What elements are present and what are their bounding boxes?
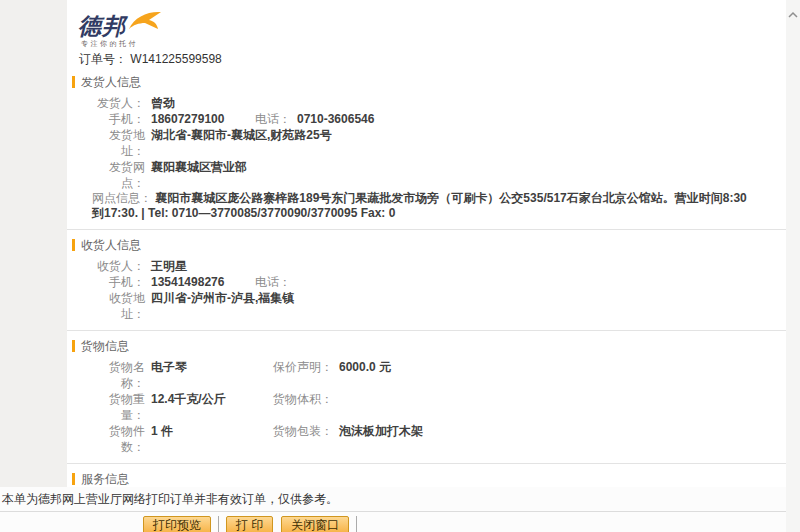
goods-name-label: 货物名称： xyxy=(92,359,145,391)
goods-insured-label: 保价声明： xyxy=(273,359,333,391)
order-content: 德邦 专注你的托付 订单号： W141225599598 发货人信息 发货人： … xyxy=(67,0,786,487)
order-number-value: W141225599598 xyxy=(130,52,221,66)
sender-address-value: 湖北省-襄阳市-襄城区,财苑路25号 xyxy=(151,127,332,159)
order-print-page: 德邦 专注你的托付 订单号： W141225599598 发货人信息 发货人： … xyxy=(0,0,800,532)
sender-name-row: 发货人： 曾劲 xyxy=(92,95,786,111)
receiver-mobile-value: 13541498276 xyxy=(151,274,255,290)
goods-volume-label: 货物体积： xyxy=(273,391,333,423)
receiver-name-row: 收货人： 王明星 xyxy=(92,258,786,274)
logo-wordmark: 德邦 xyxy=(78,14,126,38)
sender-name-label: 发货人： xyxy=(92,95,145,111)
button-row: 打印预览 打 印 关闭窗口 xyxy=(143,515,786,532)
section-accent-bar xyxy=(72,473,75,485)
goods-quantity-label: 货物件数： xyxy=(92,423,145,455)
goods-weight-label: 货物重量： xyxy=(92,391,145,423)
goods-name-value: 电子琴 xyxy=(151,359,273,391)
section-title-text: 货物信息 xyxy=(81,339,129,353)
section-accent-bar xyxy=(72,76,75,88)
service-section-title: 服务信息 xyxy=(72,472,786,486)
vertical-scrollbar[interactable] xyxy=(786,0,800,532)
goods-quantity-value: 1 件 xyxy=(151,423,273,455)
section-title-text: 收货人信息 xyxy=(81,238,141,252)
sender-branch-label: 发货网点： xyxy=(92,159,145,191)
sender-address-row: 发货地址： 湖北省-襄阳市-襄城区,财苑路25号 xyxy=(92,127,786,159)
receiver-address-label: 收货地址： xyxy=(92,290,145,322)
goods-section: 货物信息 货物名称： 电子琴 保价声明： 6000.0 元 货物重量： 12.4… xyxy=(67,339,786,464)
sender-branch-value: 襄阳襄城区营业部 xyxy=(151,159,247,191)
sender-section: 发货人信息 发货人： 曾劲 手机： 18607279100 电话： 0710-3… xyxy=(67,75,786,230)
chevron-up-icon[interactable] xyxy=(788,8,798,16)
section-title-text: 发货人信息 xyxy=(81,75,141,89)
button-divider xyxy=(218,516,219,532)
close-window-button[interactable]: 关闭窗口 xyxy=(281,516,349,532)
goods-packing-value: 泡沫板加打木架 xyxy=(339,423,423,455)
section-title-text: 服务信息 xyxy=(81,472,129,486)
sender-phone-row: 手机： 18607279100 电话： 0710-3606546 xyxy=(92,111,786,127)
branch-info-label: 网点信息： xyxy=(92,191,152,205)
receiver-phone-label: 电话： xyxy=(255,274,291,290)
branch-info-row: 网点信息： 襄阳市襄城区庞公路寨梓路189号东门果蔬批发市场旁（可刷卡）公交53… xyxy=(92,191,751,221)
goods-weight-value: 12.4千克/公斤 xyxy=(151,391,273,423)
logo-arrow-icon xyxy=(128,10,162,35)
receiver-section: 收货人信息 收货人： 王明星 手机： 13541498276 电话： 收货地址：… xyxy=(67,238,786,331)
receiver-phone-row: 手机： 13541498276 电话： xyxy=(92,274,786,290)
sender-phone-label: 电话： xyxy=(255,111,291,127)
receiver-mobile-label: 手机： xyxy=(92,274,145,290)
receiver-name-label: 收货人： xyxy=(92,258,145,274)
deppon-logo: 德邦 xyxy=(78,12,786,38)
receiver-address-row: 收货地址： 四川省-泸州市-泸县,福集镇 xyxy=(92,290,786,322)
sender-mobile-label: 手机： xyxy=(92,111,145,127)
goods-name-row: 货物名称： 电子琴 保价声明： 6000.0 元 xyxy=(92,359,786,391)
goods-quantity-row: 货物件数： 1 件 货物包装： 泡沫板加打木架 xyxy=(92,423,786,455)
section-accent-bar xyxy=(72,340,75,352)
print-preview-button[interactable]: 打印预览 xyxy=(143,516,211,532)
receiver-address-value: 四川省-泸州市-泸县,福集镇 xyxy=(151,290,294,322)
service-section: 服务信息 运输方式： 精准卡航 送货方式： 自提 付款方式： 到付 签收单： 无… xyxy=(67,472,786,487)
logo-tagline: 专注你的托付 xyxy=(81,39,786,48)
goods-weight-row: 货物重量： 12.4千克/公斤 货物体积： xyxy=(92,391,786,423)
disclaimer-text: 本单为德邦网上营业厅网络打印订单并非有效订单，仅供参考。 xyxy=(0,487,786,512)
bottom-bar: 本单为德邦网上营业厅网络打印订单并非有效订单，仅供参考。 打印预览 打 印 关闭… xyxy=(0,487,786,532)
receiver-section-title: 收货人信息 xyxy=(72,238,786,252)
print-button[interactable]: 打 印 xyxy=(226,516,273,532)
receiver-name-value: 王明星 xyxy=(151,258,187,274)
header: 德邦 专注你的托付 订单号： W141225599598 xyxy=(67,0,786,67)
sender-phone-value: 0710-3606546 xyxy=(297,111,374,127)
branch-info-value: 襄阳市襄城区庞公路寨梓路189号东门果蔬批发市场旁（可刷卡）公交535/517石… xyxy=(92,191,747,220)
order-number-line: 订单号： W141225599598 xyxy=(79,51,786,67)
sender-name-value: 曾劲 xyxy=(151,95,175,111)
goods-packing-label: 货物包装： xyxy=(273,423,333,455)
button-divider xyxy=(356,516,357,532)
left-gutter xyxy=(0,0,67,487)
sender-section-title: 发货人信息 xyxy=(72,75,786,89)
sender-branch-row: 发货网点： 襄阳襄城区营业部 xyxy=(92,159,786,191)
order-number-label: 订单号： xyxy=(79,52,127,66)
section-accent-bar xyxy=(72,239,75,251)
goods-section-title: 货物信息 xyxy=(72,339,786,353)
sender-address-label: 发货地址： xyxy=(92,127,145,159)
sender-mobile-value: 18607279100 xyxy=(151,111,255,127)
goods-insured-value: 6000.0 元 xyxy=(339,359,391,391)
